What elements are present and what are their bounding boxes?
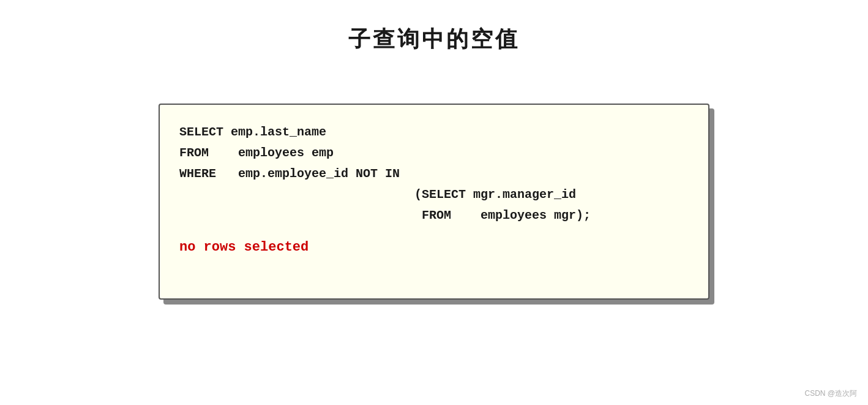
code-rest-3: emp.employee_id NOT IN xyxy=(216,164,400,184)
code-content: SELECT emp.last_name FROM employees emp … xyxy=(179,122,689,226)
watermark: CSDN @造次阿 xyxy=(804,388,857,399)
page-title: 子查询中的空值 xyxy=(348,25,520,55)
code-line-3: WHERE emp.employee_id NOT IN xyxy=(179,164,689,184)
code-rest-2: employees emp xyxy=(209,143,334,164)
keyword-where: WHERE xyxy=(179,164,216,184)
keyword-from-1: FROM xyxy=(179,143,209,164)
keyword-select-1: SELECT xyxy=(179,122,223,143)
code-line-4: (SELECT mgr.manager_id xyxy=(179,184,689,205)
result-text: no rows selected xyxy=(179,240,689,255)
code-line-2: FROM employees emp xyxy=(179,143,689,164)
code-rest-4: (SELECT mgr.manager_id xyxy=(179,184,576,205)
code-block-container: SELECT emp.last_name FROM employees emp … xyxy=(159,104,709,300)
code-rest-1: emp.last_name xyxy=(223,122,326,143)
code-line-1: SELECT emp.last_name xyxy=(179,122,689,143)
code-rest-5: FROM employees mgr); xyxy=(179,205,591,226)
code-block: SELECT emp.last_name FROM employees emp … xyxy=(159,104,709,300)
code-line-5: FROM employees mgr); xyxy=(179,205,689,226)
